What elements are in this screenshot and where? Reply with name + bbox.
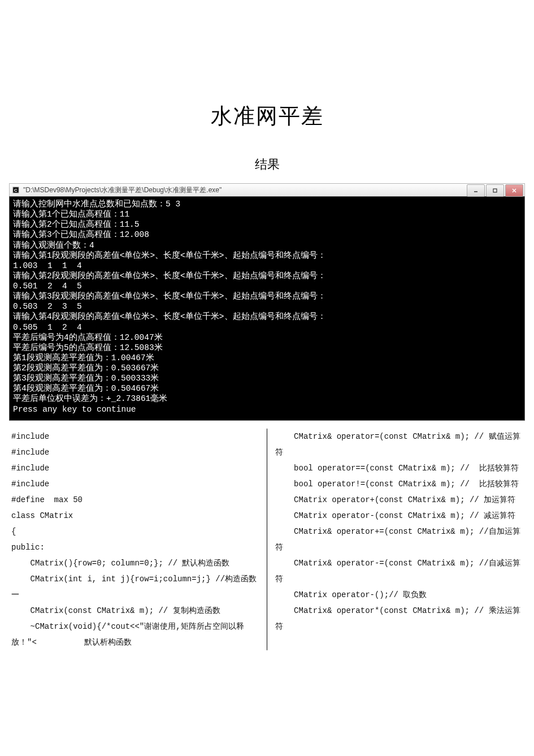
maximize-button[interactable]: [486, 184, 504, 197]
code-line: CMatrix(int i, int j){row=i;column=j;} /…: [11, 571, 259, 603]
code-line: CMatrix& operator=(const CMatrix& m); //…: [275, 429, 523, 460]
console-output: 请输入控制网中水准点总数和已知点数：5 3 请输入第1个已知点高程值：11 请输…: [9, 196, 525, 421]
code-line: {: [11, 524, 259, 539]
code-line: #define max 50: [11, 492, 259, 508]
code-line: CMatrix& operator-=(const CMatrix& m); /…: [275, 555, 523, 587]
window-buttons: [467, 184, 524, 196]
code-line: bool operator==(const CMatrix& m); // 比括…: [275, 460, 523, 476]
document-page: 水准网平差 结果 C "D:\MSDev98\MyProjects\水准测量平差…: [0, 0, 534, 673]
console-app-icon: C: [12, 186, 20, 194]
code-line: CMatrix operator+(const CMatrix& m); // …: [275, 492, 523, 508]
page-title: 水准网平差: [0, 102, 534, 131]
minimize-button[interactable]: [467, 184, 485, 197]
svg-text:C: C: [14, 188, 18, 193]
code-line: #include: [11, 444, 259, 460]
code-line: bool operator!=(const CMatrix& m); // 比括…: [275, 476, 523, 492]
console-window-title: "D:\MSDev98\MyProjects\水准测量平差\Debug\水准测量…: [23, 185, 222, 195]
close-button[interactable]: [505, 184, 523, 197]
code-line: ~CMatrix(void){/*cout<<"谢谢使用,矩阵所占空间以释放！"…: [11, 619, 259, 650]
code-line: CMatrix(const CMatrix& m); // 复制构造函数: [11, 603, 259, 619]
code-line: CMatrix operator-(const CMatrix& m); // …: [275, 508, 523, 524]
page-subtitle: 结果: [0, 156, 534, 173]
code-line: public:: [11, 539, 259, 555]
console-titlebar: C "D:\MSDev98\MyProjects\水准测量平差\Debug\水准…: [9, 183, 525, 196]
code-columns: #include#include#include#include#define …: [11, 429, 523, 650]
code-line: CMatrix& operator*(const CMatrix& m); //…: [275, 603, 523, 634]
code-line: CMatrix operator-();// 取负数: [275, 587, 523, 603]
code-line: #include: [11, 429, 259, 444]
console-window: C "D:\MSDev98\MyProjects\水准测量平差\Debug\水准…: [9, 183, 525, 421]
code-line: class CMatrix: [11, 508, 259, 524]
code-line: CMatrix& operator+=(const CMatrix& m); /…: [275, 524, 523, 555]
code-line: CMatrix(){row=0; column=0;}; // 默认构造函数: [11, 555, 259, 571]
code-line: #include: [11, 460, 259, 476]
svg-rect-3: [493, 189, 497, 192]
code-column-right: CMatrix& operator=(const CMatrix& m); //…: [267, 429, 523, 650]
code-line: #include: [11, 476, 259, 492]
code-column-left: #include#include#include#include#define …: [11, 429, 267, 650]
